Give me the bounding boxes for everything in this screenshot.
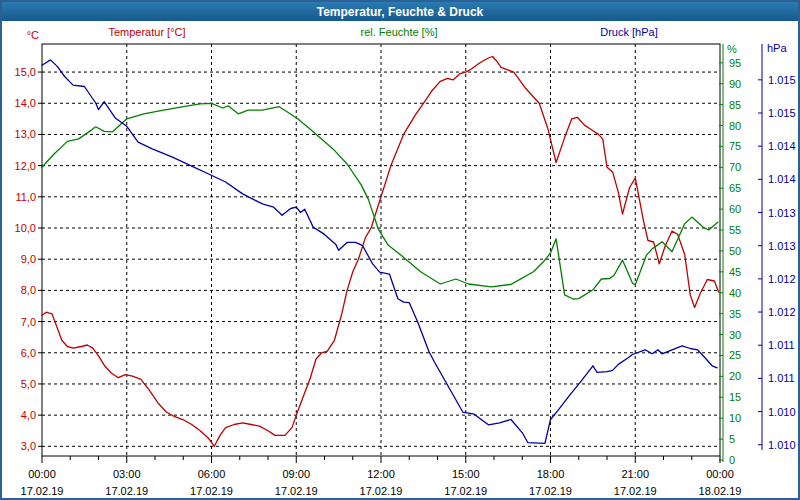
temp-tick-label: 13,0 (15, 128, 36, 140)
humidity-tick-label: 30 (729, 329, 741, 341)
x-date-label: 17.02.19 (190, 485, 233, 497)
temp-tick-label: 12,0 (15, 160, 36, 172)
temp-tick-label: 11,0 (15, 191, 36, 203)
temp-tick-label: 9,0 (21, 253, 36, 265)
x-date-label: 17.02.19 (529, 485, 572, 497)
pressure-tick-label: 1.013 (768, 240, 796, 252)
pressure-tick-label: 1.014 (768, 140, 796, 152)
x-time-label: 18:00 (537, 468, 565, 480)
x-time-label: 00:00 (28, 468, 56, 480)
humidity-tick-label: 40 (729, 287, 741, 299)
x-date-label: 17.02.19 (21, 485, 64, 497)
humidity-tick-label: 80 (729, 120, 741, 132)
pressure-tick-label: 1.010 (768, 406, 796, 418)
x-date-label: 17.02.19 (360, 485, 403, 497)
humidity-tick-label: 55 (729, 224, 741, 236)
humidity-tick-label: 10 (729, 412, 741, 424)
temp-tick-label: 5,0 (21, 378, 36, 390)
pressure-tick-label: 1.015 (768, 107, 796, 119)
temp-tick-label: 7,0 (21, 316, 36, 328)
app-window: Temperatur, Feuchte & Druck Temperatur [… (0, 0, 800, 500)
series-pres-line (42, 60, 717, 444)
pressure-tick-label: 1.010 (768, 439, 796, 451)
temp-unit-label: °C (27, 29, 39, 41)
x-date-label: 17.02.19 (275, 485, 318, 497)
pressure-unit-label: hPa (767, 42, 787, 54)
pressure-tick-label: 1.011 (768, 372, 795, 384)
humidity-tick-label: 95 (729, 57, 741, 69)
humidity-tick-label: 60 (729, 203, 741, 215)
chart-canvas: 15,014,013,012,011,010,09,08,07,06,05,04… (2, 2, 798, 498)
temp-tick-label: 4,0 (21, 409, 36, 421)
pressure-tick-label: 1.015 (768, 74, 796, 86)
humidity-tick-label: 45 (729, 266, 741, 278)
x-date-label: 18.02.19 (699, 485, 742, 497)
humidity-tick-label: 50 (729, 245, 741, 257)
pressure-tick-label: 1.014 (768, 173, 796, 185)
humidity-tick-label: 20 (729, 370, 741, 382)
x-time-label: 21:00 (621, 468, 649, 480)
pressure-tick-label: 1.012 (768, 273, 796, 285)
series-temp-line (42, 57, 719, 447)
humidity-tick-label: 25 (729, 349, 741, 361)
x-time-label: 06:00 (198, 468, 226, 480)
humidity-tick-label: 75 (729, 140, 741, 152)
humidity-tick-label: 70 (729, 161, 741, 173)
humidity-tick-label: 65 (729, 182, 741, 194)
x-time-label: 12:00 (367, 468, 395, 480)
humidity-unit-label: % (727, 43, 737, 55)
humidity-tick-label: 0 (729, 454, 735, 466)
humidity-tick-label: 85 (729, 99, 741, 111)
x-date-label: 17.02.19 (614, 485, 657, 497)
x-time-label: 09:00 (282, 468, 310, 480)
pressure-tick-label: 1.011 (768, 339, 795, 351)
pressure-tick-label: 1.012 (768, 306, 796, 318)
temp-tick-label: 3,0 (21, 440, 36, 452)
humidity-tick-label: 5 (729, 433, 735, 445)
x-time-label: 00:00 (706, 468, 734, 480)
x-time-label: 15:00 (452, 468, 480, 480)
pressure-tick-label: 1.013 (768, 207, 796, 219)
x-time-label: 03:00 (113, 468, 141, 480)
humidity-tick-label: 15 (729, 391, 741, 403)
temp-tick-label: 14,0 (15, 97, 36, 109)
temp-tick-label: 10,0 (15, 222, 36, 234)
temp-tick-label: 8,0 (21, 284, 36, 296)
temp-tick-label: 6,0 (21, 347, 36, 359)
x-date-label: 17.02.19 (444, 485, 487, 497)
humidity-tick-label: 35 (729, 308, 741, 320)
x-date-label: 17.02.19 (105, 485, 148, 497)
humidity-tick-label: 90 (729, 78, 741, 90)
temp-tick-label: 15,0 (15, 66, 36, 78)
